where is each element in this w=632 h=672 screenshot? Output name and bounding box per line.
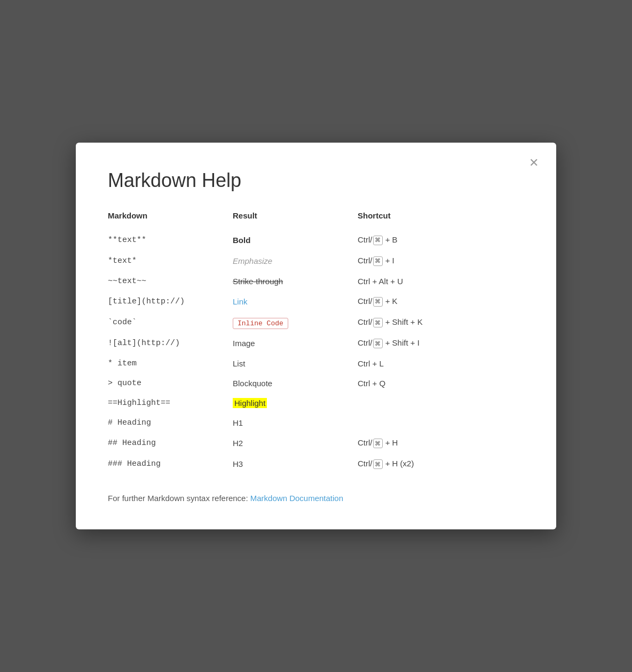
table-row: ### HeadingH3Ctrl/⌘ + H (x2) [108,454,524,474]
cmd-key-icon: ⌘ [373,339,383,348]
cmd-key-icon: ⌘ [373,459,383,469]
cmd-key-icon: ⌘ [373,318,383,327]
col-header-result: Result [233,211,358,230]
shortcut-cell: Ctrl + L [358,354,524,373]
result-cell: Strike-through [233,271,358,291]
shortcut-cell: Ctrl/⌘ + H [358,433,524,454]
shortcut-cell: Ctrl + Q [358,373,524,393]
table-row: # HeadingH1 [108,413,524,433]
table-row: **text**BoldCtrl/⌘ + B [108,230,524,251]
markdown-cell: ![alt](http://) [108,333,233,354]
result-cell: Emphasize [233,251,358,271]
result-cell: Image [233,333,358,354]
result-cell: Bold [233,230,358,251]
result-cell: Inline Code [233,312,358,333]
shortcut-cell: Ctrl/⌘ + H (x2) [358,454,524,474]
result-cell: Highlight [233,393,358,413]
cmd-key-icon: ⌘ [373,236,383,245]
table-row: > quoteBlockquoteCtrl + Q [108,373,524,393]
close-button[interactable]: ✕ [525,154,542,171]
footer-prefix: For further Markdown syntax reference: [108,494,250,503]
table-row: ~~text~~Strike-throughCtrl + Alt + U [108,271,524,291]
result-cell: Blockquote [233,373,358,393]
result-highlight: Highlight [233,398,267,408]
shortcut-cell [358,393,524,413]
table-row: ![alt](http://)ImageCtrl/⌘ + Shift + I [108,333,524,354]
result-cell: List [233,354,358,373]
markdown-cell: ==Highlight== [108,393,233,413]
table-row: *text*EmphasizeCtrl/⌘ + I [108,251,524,271]
col-header-shortcut: Shortcut [358,211,524,230]
result-italic: Emphasize [233,256,272,265]
help-table: Markdown Result Shortcut **text**BoldCtr… [108,211,524,474]
markdown-cell: **text** [108,230,233,251]
shortcut-cell: Ctrl/⌘ + Shift + I [358,333,524,354]
shortcut-cell: Ctrl/⌘ + I [358,251,524,271]
cmd-key-icon: ⌘ [373,256,383,266]
col-header-markdown: Markdown [108,211,233,230]
markdown-cell: *text* [108,251,233,271]
result-link[interactable]: Link [233,297,248,306]
markdown-cell: * item [108,354,233,373]
table-row: ## HeadingH2Ctrl/⌘ + H [108,433,524,454]
result-cell: H3 [233,454,358,474]
table-row: ==Highlight==Highlight [108,393,524,413]
markdown-cell: ~~text~~ [108,271,233,291]
markdown-cell: `code` [108,312,233,333]
close-icon: ✕ [529,157,539,169]
shortcut-cell [358,413,524,433]
modal-dialog: ✕ Markdown Help Markdown Result Shortcut… [76,143,556,529]
cmd-key-icon: ⌘ [373,297,383,307]
result-cell: Link [233,291,358,312]
shortcut-cell: Ctrl/⌘ + K [358,291,524,312]
shortcut-cell: Ctrl/⌘ + Shift + K [358,312,524,333]
result-cell: H1 [233,413,358,433]
shortcut-cell: Ctrl/⌘ + B [358,230,524,251]
markdown-cell: [title](http://) [108,291,233,312]
table-row: * itemListCtrl + L [108,354,524,373]
result-bold: Bold [233,236,250,245]
table-row: [title](http://)LinkCtrl/⌘ + K [108,291,524,312]
result-inline-code: Inline Code [233,318,288,329]
result-cell: H2 [233,433,358,454]
markdown-cell: > quote [108,373,233,393]
markdown-cell: ## Heading [108,433,233,454]
result-strikethrough: Strike-through [233,277,283,286]
modal-wrapper: ✕ Markdown Help Markdown Result Shortcut… [0,0,632,672]
markdown-cell: ### Heading [108,454,233,474]
table-row: `code`Inline CodeCtrl/⌘ + Shift + K [108,312,524,333]
cmd-key-icon: ⌘ [373,439,383,448]
footer-note: For further Markdown syntax reference: M… [108,494,524,503]
markdown-cell: # Heading [108,413,233,433]
modal-title: Markdown Help [108,169,524,192]
markdown-docs-link[interactable]: Markdown Documentation [250,494,343,503]
shortcut-cell: Ctrl + Alt + U [358,271,524,291]
